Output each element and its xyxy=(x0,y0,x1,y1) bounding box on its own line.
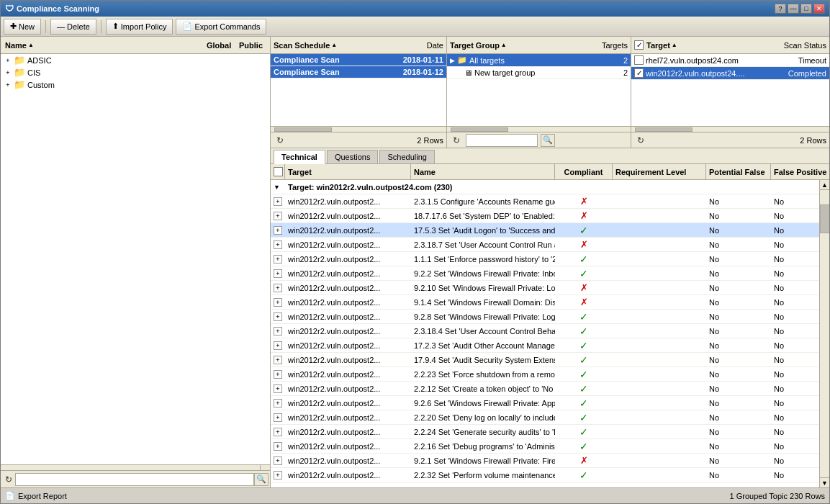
search-button[interactable]: 🔍 xyxy=(254,473,269,486)
table-row[interactable]: + win2012r2.vuln.outpost2... 9.2.2 Set '… xyxy=(271,266,819,281)
target-search-input[interactable] xyxy=(466,134,538,147)
left-vscroll[interactable] xyxy=(1,464,270,470)
tab-technical[interactable]: Technical xyxy=(274,150,325,164)
table-row[interactable]: + win2012r2.vuln.outpost2... 17.5.3 Set … xyxy=(271,223,819,238)
table-row[interactable]: + win2012r2.vuln.outpost2... 2.2.16 Set … xyxy=(271,439,819,454)
row-expand-btn[interactable]: + xyxy=(274,356,282,364)
table-row[interactable]: + win2012r2.vuln.outpost2... 9.2.8 Set '… xyxy=(271,310,819,324)
row-expand-btn[interactable]: + xyxy=(274,212,282,220)
global-column-header[interactable]: Global xyxy=(204,40,236,51)
table-row[interactable]: + win2012r2.vuln.outpost2... 2.2.12 Set … xyxy=(271,382,819,396)
name-header[interactable]: Name xyxy=(411,164,555,179)
table-row[interactable]: + win2012r2.vuln.outpost2... 9.1.4 Set '… xyxy=(271,295,819,310)
maximize-button[interactable]: □ xyxy=(800,4,812,14)
req-level-header[interactable]: Requirement Level xyxy=(613,164,706,179)
target-header[interactable]: Target xyxy=(285,164,411,179)
row-expand-btn[interactable]: + xyxy=(274,298,282,307)
target-refresh-button[interactable]: ↻ xyxy=(450,134,463,147)
pass-icon: ✓ xyxy=(579,325,588,337)
export-report-button[interactable]: 📄 Export Report xyxy=(5,491,67,500)
tree-item-custom[interactable]: + 📁 Custom xyxy=(1,78,270,91)
table-row[interactable]: + win2012r2.vuln.outpost2... 18.7.17.6 S… xyxy=(271,209,819,223)
table-row[interactable]: + win2012r2.vuln.outpost2... 2.3.18.7 Se… xyxy=(271,238,819,252)
row-expand-btn[interactable]: + xyxy=(274,428,282,436)
scan-row-1[interactable]: Compliance Scan 2018-01-11 xyxy=(271,54,446,66)
table-row[interactable]: + win2012r2.vuln.outpost2... 9.2.6 Set '… xyxy=(271,396,819,410)
expand-icon: + xyxy=(2,57,14,64)
row-expand-btn[interactable]: + xyxy=(274,384,282,393)
target-status-row-1[interactable]: rhel72.vuln.outpost24.com Timeout xyxy=(631,54,829,67)
scroll-thumb[interactable] xyxy=(820,204,829,233)
group-collapse-icon[interactable]: ▼ xyxy=(274,184,280,191)
row-expand-btn[interactable]: + xyxy=(274,370,282,379)
row-expand-btn[interactable]: + xyxy=(274,284,282,292)
minimize-button[interactable]: — xyxy=(788,4,799,14)
tab-questions[interactable]: Questions xyxy=(327,150,379,163)
table-row[interactable]: + win2012r2.vuln.outpost2... 9.2.1 Set '… xyxy=(271,454,819,468)
table-row[interactable]: + win2012r2.vuln.outpost2... 2.2.23 Set … xyxy=(271,367,819,382)
target-footer: ↻ 🔍 xyxy=(447,132,631,148)
refresh-button[interactable]: ↻ xyxy=(2,473,15,486)
tree-item-adsic[interactable]: + 📁 ADSIC xyxy=(1,54,270,66)
scan-hscroll[interactable] xyxy=(271,126,446,132)
table-row[interactable]: + win2012r2.vuln.outpost2... 2.2.24 Set … xyxy=(271,425,819,439)
close-button[interactable]: ✕ xyxy=(813,4,825,14)
target-group-title[interactable]: Target Group ▲ xyxy=(450,41,507,50)
row-expand-btn[interactable]: + xyxy=(274,327,282,336)
select-all-rows-checkbox[interactable] xyxy=(274,167,283,176)
import-policy-button[interactable]: ⬆ Import Policy xyxy=(106,19,173,35)
table-row[interactable]: + win2012r2.vuln.outpost2... 17.9.4 Set … xyxy=(271,353,819,367)
pot-false-header[interactable]: Potential False xyxy=(706,164,771,179)
data-table-body[interactable]: ▼ Target: win2012r2.vuln.outpost24.com (… xyxy=(271,180,819,487)
row-expand-btn[interactable]: + xyxy=(274,269,282,278)
target-row-all[interactable]: ▶ 📁 All targets 2 xyxy=(447,54,631,67)
target-status-title[interactable]: Target ▲ xyxy=(646,41,677,50)
select-all-checkbox[interactable] xyxy=(634,40,644,50)
delete-button[interactable]: — Delete xyxy=(50,19,96,35)
status-refresh-button[interactable]: ↻ xyxy=(634,134,647,147)
row-expand-btn[interactable]: + xyxy=(274,456,282,465)
table-row[interactable]: + win2012r2.vuln.outpost2... 2.3.18.4 Se… xyxy=(271,324,819,338)
group-header-row[interactable]: ▼ Target: win2012r2.vuln.outpost24.com (… xyxy=(271,180,819,194)
tab-scheduling[interactable]: Scheduling xyxy=(379,150,434,163)
target-search-button[interactable]: 🔍 xyxy=(541,134,555,147)
scan-refresh-button[interactable]: ↻ xyxy=(274,134,287,147)
target-checkbox-1[interactable] xyxy=(634,55,644,65)
row-expand-btn[interactable]: + xyxy=(274,471,282,480)
search-input[interactable] xyxy=(15,473,254,486)
scan-schedule-title[interactable]: Scan Schedule ▲ xyxy=(274,41,337,50)
help-button[interactable]: ? xyxy=(775,4,786,14)
expand-icon: + xyxy=(2,69,14,76)
compliant-header[interactable]: Compliant xyxy=(555,164,613,179)
row-expand-btn[interactable]: + xyxy=(274,255,282,264)
row-expand-btn[interactable]: + xyxy=(274,413,282,422)
table-row[interactable]: + win2012r2.vuln.outpost2... 2.2.20 Set … xyxy=(271,410,819,425)
false-pos-header[interactable]: False Positive xyxy=(771,164,829,179)
policy-tree[interactable]: + 📁 ADSIC + 📁 CIS + 📁 Custom xyxy=(1,54,270,464)
export-commands-button[interactable]: 📄 Export Commands xyxy=(176,19,266,35)
public-column-header[interactable]: Public xyxy=(236,40,269,51)
row-expand-btn[interactable]: + xyxy=(274,197,282,206)
new-button[interactable]: ✚ New xyxy=(4,19,41,35)
table-vscroll[interactable]: ▲ ▼ xyxy=(819,180,829,487)
name-column-header[interactable]: Name ▲ xyxy=(2,40,204,51)
tree-item-cis[interactable]: + 📁 CIS xyxy=(1,66,270,78)
table-row[interactable]: + win2012r2.vuln.outpost2... 1.1.1 Set '… xyxy=(271,252,819,266)
table-row[interactable]: + win2012r2.vuln.outpost2... 2.2.32 Set … xyxy=(271,468,819,482)
target-checkbox-2[interactable] xyxy=(634,68,644,78)
row-expand-btn[interactable]: + xyxy=(274,240,282,249)
status-hscroll[interactable] xyxy=(631,126,829,132)
scan-row-2[interactable]: Compliance Scan 2018-01-12 xyxy=(271,66,446,78)
table-row[interactable]: + win2012r2.vuln.outpost2... 9.2.10 Set … xyxy=(271,281,819,295)
row-expand-btn[interactable]: + xyxy=(274,312,282,321)
table-row[interactable]: + win2012r2.vuln.outpost2... 17.2.3 Set … xyxy=(271,338,819,353)
target-hscroll[interactable] xyxy=(447,126,631,132)
row-expand-btn[interactable]: + xyxy=(274,399,282,408)
row-expand-btn[interactable]: + xyxy=(274,341,282,350)
pass-icon: ✓ xyxy=(579,311,588,323)
row-expand-btn[interactable]: + xyxy=(274,226,282,235)
row-expand-btn[interactable]: + xyxy=(274,442,282,451)
target-row-new[interactable]: 🖥 New target group 2 xyxy=(447,67,631,79)
target-status-row-2[interactable]: win2012r2.vuln.outpost24.... Completed xyxy=(631,67,829,80)
table-row[interactable]: + win2012r2.vuln.outpost2... 2.3.1.5 Con… xyxy=(271,194,819,209)
